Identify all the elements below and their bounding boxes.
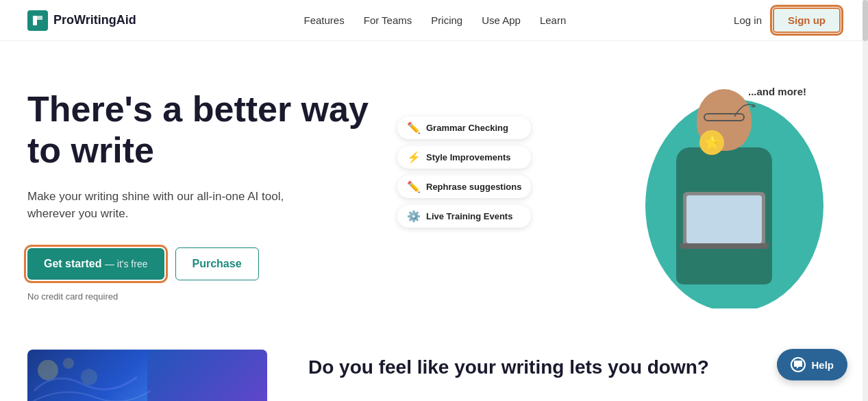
style-icon: ⚡	[407, 151, 421, 164]
pill-grammar: ✏️ Grammar Checking	[397, 117, 531, 139]
purchase-button[interactable]: Purchase	[175, 247, 259, 280]
hero-right: ⭐ ...and more! ✏️ Grammar Checking ⚡ Sty…	[397, 75, 841, 322]
logo-icon	[27, 10, 48, 31]
nav-right: Log in Sign up	[734, 8, 841, 33]
bottom-heading: Do you feel like your writing lets you d…	[308, 356, 841, 378]
svg-rect-0	[27, 10, 48, 31]
navbar: ProWritingAid Features For Teams Pricing…	[0, 0, 868, 41]
bottom-section: Do you feel like your writing lets you d…	[0, 336, 868, 401]
hero-title: There's a better way to write	[27, 89, 384, 171]
pill-rephrase: ✏️ Rephrase suggestions	[397, 175, 531, 198]
help-chat-icon	[791, 357, 806, 372]
nav-item-teams[interactable]: For Teams	[364, 14, 412, 27]
nav-links: Features For Teams Pricing Use App Learn	[304, 14, 567, 27]
star-badge: ⭐	[699, 130, 724, 155]
get-started-button[interactable]: Get started — it's free	[27, 248, 164, 280]
hero-subtitle: Make your writing shine with our all-in-…	[27, 188, 288, 223]
svg-point-4	[81, 369, 97, 385]
hero-section: There's a better way to write Make your …	[0, 41, 868, 336]
hero-left: There's a better way to write Make your …	[27, 75, 384, 302]
nav-item-learn[interactable]: Learn	[540, 14, 566, 27]
nav-item-use-app[interactable]: Use App	[482, 14, 521, 27]
svg-point-2	[38, 360, 58, 380]
arrow-decoration	[731, 96, 758, 126]
logo[interactable]: ProWritingAid	[27, 10, 136, 31]
person-image	[635, 82, 813, 322]
bottom-right: Do you feel like your writing lets you d…	[308, 350, 841, 378]
rephrase-icon: ✏️	[407, 180, 421, 193]
nav-item-pricing[interactable]: Pricing	[431, 14, 462, 27]
scrollbar[interactable]	[863, 0, 868, 401]
pill-style: ⚡ Style Improvements	[397, 146, 531, 169]
bottom-image	[27, 350, 267, 401]
no-credit-text: No credit card required	[27, 291, 384, 302]
pill-training: ⚙️ Live Training Events	[397, 205, 531, 228]
nav-item-features[interactable]: Features	[304, 14, 345, 27]
grammar-icon: ✏️	[407, 121, 421, 134]
help-button[interactable]: Help	[777, 349, 847, 380]
bottom-image-overlay	[147, 350, 267, 401]
hero-buttons: Get started — it's free Purchase	[27, 247, 384, 280]
signup-button[interactable]: Sign up	[773, 8, 841, 33]
login-link[interactable]: Log in	[734, 14, 762, 26]
feature-pills: ✏️ Grammar Checking ⚡ Style Improvements…	[397, 117, 531, 228]
scroll-thumb[interactable]	[863, 0, 868, 41]
starry-night-decoration	[27, 350, 151, 401]
logo-text: ProWritingAid	[53, 13, 136, 27]
svg-point-3	[63, 358, 74, 369]
training-icon: ⚙️	[407, 210, 421, 223]
bottom-image-container	[27, 350, 267, 401]
